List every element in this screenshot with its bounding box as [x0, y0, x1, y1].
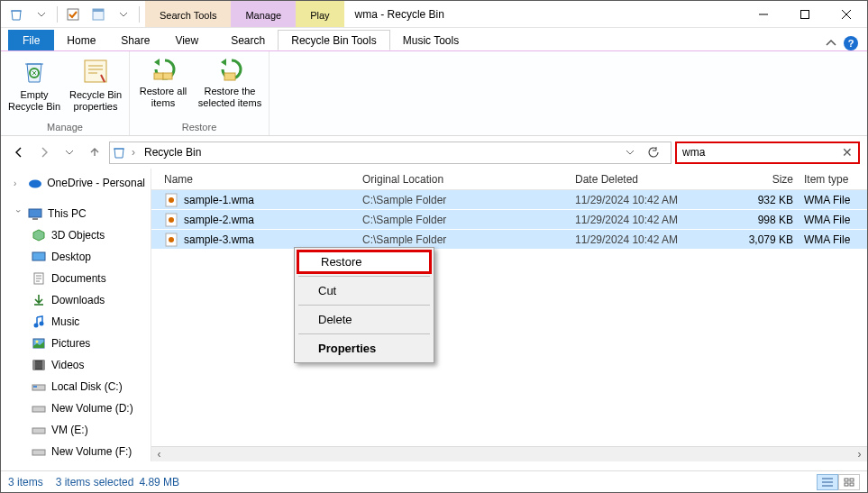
tree-music[interactable]: Music: [1, 311, 151, 333]
file-original-location: C:\Sample Folder: [362, 214, 575, 226]
help-icon[interactable]: ?: [844, 36, 858, 50]
search-input[interactable]: [682, 146, 838, 159]
tree-new-volume-f[interactable]: New Volume (F:): [1, 441, 151, 461]
file-type: WMA File: [804, 194, 867, 206]
ctx-separator: [298, 276, 430, 277]
minimize-button[interactable]: [743, 1, 784, 28]
svg-point-27: [169, 197, 174, 203]
tree-local-disk-c[interactable]: Local Disk (C:): [1, 376, 151, 397]
maximize-button[interactable]: [784, 1, 826, 28]
tab-recycle-bin-tools[interactable]: Recycle Bin Tools: [278, 30, 390, 50]
svg-point-31: [169, 237, 174, 242]
ribbon-group-manage-label: Manage: [6, 120, 123, 135]
svg-rect-34: [845, 483, 848, 486]
clear-search-icon[interactable]: ✕: [842, 145, 853, 160]
svg-point-29: [169, 217, 174, 223]
restore-all-button[interactable]: Restore all items: [135, 53, 191, 109]
column-headers[interactable]: Name Original Location Date Deleted Size…: [151, 169, 867, 190]
chevron-down-icon[interactable]: ›: [14, 209, 23, 218]
col-header-item-type[interactable]: Item type: [804, 173, 867, 186]
tree-new-volume-d[interactable]: New Volume (D:): [1, 397, 151, 419]
col-header-size[interactable]: Size: [728, 173, 804, 186]
ctx-restore[interactable]: Restore: [297, 250, 432, 274]
file-row[interactable]: sample-3.wmaC:\Sample Folder11/29/2024 1…: [151, 230, 867, 250]
context-tab-play: Play: [296, 1, 343, 27]
file-tab[interactable]: File: [8, 30, 54, 50]
svg-rect-2: [93, 9, 104, 12]
navigation-pane[interactable]: › OneDrive - Personal › This PC 3D Objec…: [1, 169, 151, 461]
documents-icon: [32, 271, 46, 286]
restore-selected-button[interactable]: Restore the selected items: [196, 53, 263, 109]
recycle-bin-small-icon: [112, 145, 126, 160]
qat-customize-dropdown[interactable]: [112, 4, 135, 25]
file-size: 932 KB: [728, 194, 804, 206]
address-dropdown[interactable]: [626, 148, 642, 157]
onedrive-icon: [28, 176, 42, 190]
scroll-right-button[interactable]: ›: [852, 448, 867, 461]
tree-vm-e[interactable]: VM (E:): [1, 419, 151, 441]
restore-selected-icon: [215, 57, 244, 82]
ctx-cut[interactable]: Cut: [297, 278, 432, 303]
nav-forward-button[interactable]: [33, 142, 55, 163]
tree-this-pc[interactable]: › This PC: [1, 203, 151, 224]
tab-search[interactable]: Search: [218, 30, 278, 50]
select-all-checkbox-icon[interactable]: [61, 4, 85, 25]
tree-downloads[interactable]: Downloads: [1, 289, 151, 311]
breadcrumb-separator-icon[interactable]: ›: [132, 146, 135, 159]
refresh-button[interactable]: [647, 146, 669, 159]
file-row[interactable]: sample-2.wmaC:\Sample Folder11/29/2024 1…: [151, 210, 867, 230]
svg-rect-22: [33, 386, 37, 388]
file-row[interactable]: sample-1.wmaC:\Sample Folder11/29/2024 1…: [151, 190, 867, 210]
qat-dropdown[interactable]: [30, 4, 53, 25]
tab-music-tools[interactable]: Music Tools: [390, 30, 471, 50]
tree-3d-objects[interactable]: 3D Objects: [1, 224, 151, 246]
recycle-bin-icon: [5, 4, 28, 25]
properties-icon[interactable]: [87, 4, 110, 25]
recycle-bin-empty-icon: [20, 57, 49, 86]
file-date-deleted: 11/29/2024 10:42 AM: [575, 214, 728, 226]
file-size: 3,079 KB: [728, 233, 804, 246]
tree-onedrive[interactable]: › OneDrive - Personal: [1, 172, 151, 194]
tab-share[interactable]: Share: [108, 30, 162, 50]
nav-up-button[interactable]: [84, 142, 105, 163]
tree-videos[interactable]: Videos: [1, 354, 151, 376]
ctx-delete[interactable]: Delete: [297, 307, 432, 332]
horizontal-scrollbar[interactable]: ‹ ›: [151, 446, 867, 461]
recycle-bin-properties-button[interactable]: Recycle Bin properties: [68, 53, 123, 113]
address-bar[interactable]: › Recycle Bin: [109, 142, 672, 164]
view-details-button[interactable]: [817, 474, 838, 490]
nav-history-dropdown[interactable]: [59, 142, 80, 163]
drive-icon: [32, 401, 46, 415]
ctx-properties[interactable]: Properties: [297, 336, 432, 361]
wma-file-icon: [164, 233, 178, 247]
scroll-left-button[interactable]: ‹: [151, 448, 167, 461]
file-name: sample-3.wma: [184, 233, 254, 246]
ribbon-group-restore-label: Restore: [135, 120, 263, 135]
file-name: sample-1.wma: [184, 194, 254, 206]
window-title: wma - Recycle Bin: [344, 1, 743, 27]
svg-point-9: [29, 180, 41, 188]
nav-back-button[interactable]: [8, 142, 30, 163]
view-large-icons-button[interactable]: [838, 474, 860, 490]
col-header-name[interactable]: Name: [164, 173, 362, 186]
tree-documents[interactable]: Documents: [1, 268, 151, 289]
file-original-location: C:\Sample Folder: [362, 194, 575, 206]
tree-desktop[interactable]: Desktop: [1, 246, 151, 268]
tab-home[interactable]: Home: [54, 30, 108, 50]
wma-file-icon: [164, 193, 178, 207]
tree-pictures[interactable]: Pictures: [1, 333, 151, 354]
empty-recycle-bin-button[interactable]: Empty Recycle Bin: [6, 53, 62, 113]
tab-view[interactable]: View: [162, 30, 211, 50]
restore-all-icon: [149, 57, 178, 82]
breadcrumb-recycle-bin[interactable]: Recycle Bin: [141, 146, 205, 159]
pictures-icon: [32, 336, 46, 351]
col-header-date-deleted[interactable]: Date Deleted: [575, 173, 728, 186]
search-box[interactable]: ✕: [675, 142, 860, 164]
collapse-ribbon-chevron-icon[interactable]: [826, 38, 836, 49]
svg-rect-0: [68, 9, 78, 20]
file-type: WMA File: [804, 233, 867, 246]
close-button[interactable]: [826, 1, 867, 28]
context-menu: Restore Cut Delete Properties: [294, 247, 434, 363]
col-header-original-location[interactable]: Original Location: [362, 173, 575, 186]
chevron-right-icon[interactable]: ›: [14, 178, 23, 188]
